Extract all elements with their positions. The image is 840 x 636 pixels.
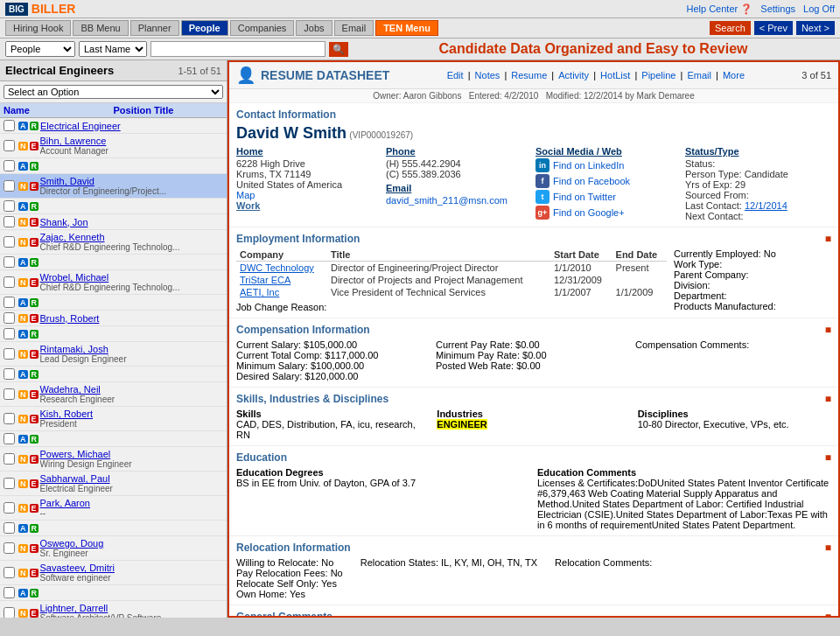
list-item[interactable]: NE Smith, David Director of Engineering/… <box>0 174 227 199</box>
list-item-checkbox[interactable] <box>4 542 15 554</box>
list-item-checkbox[interactable] <box>4 348 15 360</box>
list-item[interactable]: AR <box>0 199 227 214</box>
list-item-checkbox[interactable] <box>4 180 15 192</box>
twitter-link[interactable]: Find on Twitter <box>553 192 616 202</box>
type-select[interactable]: PeopleCompaniesJobs <box>5 41 75 57</box>
company-link[interactable]: AETI, Inc <box>240 287 279 297</box>
filter-select[interactable]: Select an Option <box>4 85 223 99</box>
resume-link-hotlist[interactable]: HotList <box>600 70 630 80</box>
list-item[interactable]: AR <box>0 431 227 447</box>
list-item[interactable]: NE Oswego, Doug Sr. Engineer <box>0 536 227 561</box>
item-name[interactable]: Sabharwal, Paul <box>40 473 223 484</box>
list-item[interactable]: NE Powers, Michael Wiring Design Enginee… <box>0 447 227 472</box>
list-item-checkbox[interactable] <box>4 256 15 268</box>
resume-link-pipeline[interactable]: Pipeline <box>641 70 676 80</box>
settings-link[interactable]: Settings <box>760 3 795 14</box>
list-item[interactable]: AR <box>0 255 227 270</box>
list-item[interactable]: AR <box>0 521 227 536</box>
list-item-checkbox[interactable] <box>4 453 15 465</box>
compensation-section-header[interactable]: Compensation Information ■ <box>236 324 831 336</box>
list-item-checkbox[interactable] <box>4 502 15 514</box>
item-name[interactable]: Shank, Jon <box>40 217 223 227</box>
list-item[interactable]: AR Electrical Engineer <box>0 118 227 134</box>
search-button[interactable]: Search <box>710 21 751 35</box>
list-item[interactable]: NE Bihn, Lawrence Account Manager <box>0 134 227 158</box>
company-link[interactable]: TriStar ECA <box>240 275 290 285</box>
list-item-checkbox[interactable] <box>4 368 15 380</box>
list-item[interactable]: NE Rintamaki, Josh Lead Design Engineer <box>0 342 227 367</box>
item-name[interactable]: Powers, Michael <box>40 449 223 459</box>
list-item[interactable]: NE Park, Aaron -- <box>0 496 227 521</box>
email-link[interactable]: david_smith_211@msn.com <box>386 195 508 206</box>
list-item-checkbox[interactable] <box>4 312 15 324</box>
item-name[interactable]: Smith, David <box>40 176 223 186</box>
list-item[interactable]: NE Wadehra, Neil Research Engineer <box>0 382 227 407</box>
nav-tab-bb-menu[interactable]: BB Menu <box>73 20 128 36</box>
nav-tab-planner[interactable]: Planner <box>130 20 179 36</box>
resume-link-more[interactable]: More <box>723 70 745 80</box>
resume-link-resume[interactable]: Resume <box>511 70 547 80</box>
search-input[interactable] <box>150 41 326 57</box>
list-item[interactable]: NE Savasteev, Dmitri Software engineer <box>0 561 227 585</box>
logoff-link[interactable]: Log Off <box>803 3 835 14</box>
list-item[interactable]: NE Zajac, Kenneth Chief R&D Engineering … <box>0 230 227 255</box>
go-button[interactable]: 🔍 <box>329 42 348 57</box>
item-name[interactable]: Zajac, Kenneth <box>40 232 223 242</box>
general-comments-header[interactable]: General Comments ■ <box>236 611 831 618</box>
item-name[interactable]: Oswego, Doug <box>40 538 223 549</box>
resume-link-email[interactable]: Email <box>687 70 711 80</box>
list-item[interactable]: AR <box>0 585 227 601</box>
list-item[interactable]: NE Sabharwal, Paul Electrical Engineer <box>0 472 227 496</box>
resume-link-edit[interactable]: Edit <box>447 70 464 80</box>
list-item-checkbox[interactable] <box>4 200 15 212</box>
list-item[interactable]: AR <box>0 295 227 311</box>
name-select[interactable]: Last NameFirst Name <box>79 41 147 57</box>
col-title-header[interactable]: Position Title <box>114 105 224 115</box>
list-item-checkbox[interactable] <box>4 413 15 424</box>
list-item-checkbox[interactable] <box>4 236 15 248</box>
relocation-section-header[interactable]: Relocation Information ■ <box>236 542 831 554</box>
list-item-checkbox[interactable] <box>4 522 15 534</box>
resume-link-activity[interactable]: Activity <box>558 70 589 80</box>
list-item[interactable]: NE Shank, Jon <box>0 214 227 230</box>
list-item-checkbox[interactable] <box>4 276 15 288</box>
list-item[interactable]: AR <box>0 158 227 174</box>
list-item[interactable]: NE Wrobel, Michael Chief R&D Engineering… <box>0 270 227 295</box>
next-button[interactable]: Next > <box>796 21 835 35</box>
item-name[interactable]: Bihn, Lawrence <box>40 136 223 146</box>
list-item[interactable]: NE Brush, Robert <box>0 311 227 326</box>
list-item[interactable]: AR <box>0 367 227 382</box>
item-name[interactable]: Brush, Robert <box>40 313 223 324</box>
col-name-header[interactable]: Name <box>4 105 114 115</box>
nav-tab-jobs[interactable]: Jobs <box>296 20 332 36</box>
item-name[interactable]: Wrobel, Michael <box>40 272 223 283</box>
list-item-checkbox[interactable] <box>4 388 15 400</box>
nav-tab-hiring-hook[interactable]: Hiring Hook <box>5 20 71 36</box>
list-item-checkbox[interactable] <box>4 160 15 171</box>
google-link[interactable]: Find on Google+ <box>553 207 625 218</box>
list-item-checkbox[interactable] <box>4 216 15 227</box>
nav-tab-email[interactable]: Email <box>334 20 374 36</box>
nav-tab-people[interactable]: People <box>181 20 228 36</box>
item-name[interactable]: Wadehra, Neil <box>40 384 223 395</box>
map-link[interactable]: Map <box>236 190 255 200</box>
list-item-checkbox[interactable] <box>4 478 15 489</box>
nav-tab-ten-menu[interactable]: TEN Menu <box>375 20 438 36</box>
list-item-checkbox[interactable] <box>4 328 15 339</box>
resume-link-notes[interactable]: Notes <box>475 70 500 80</box>
item-name[interactable]: Savasteev, Dmitri <box>40 563 223 573</box>
item-name[interactable]: Park, Aaron <box>40 498 223 508</box>
work-label[interactable]: Work <box>236 200 260 211</box>
list-item-checkbox[interactable] <box>4 567 15 578</box>
education-section-header[interactable]: Education ■ <box>236 451 831 464</box>
list-item-checkbox[interactable] <box>4 433 15 444</box>
list-item-checkbox[interactable] <box>4 587 15 598</box>
item-name[interactable]: Kish, Robert <box>40 409 223 419</box>
prev-button[interactable]: < Prev <box>754 21 793 35</box>
help-center-link[interactable]: Help Center <box>686 3 738 14</box>
list-item-checkbox[interactable] <box>4 607 15 618</box>
item-name[interactable]: Lightner, Darrell <box>40 603 223 613</box>
list-item-checkbox[interactable] <box>4 140 15 151</box>
contact-section-header[interactable]: Contact Information <box>236 108 831 121</box>
linkedin-link[interactable]: Find on LinkedIn <box>553 160 624 171</box>
